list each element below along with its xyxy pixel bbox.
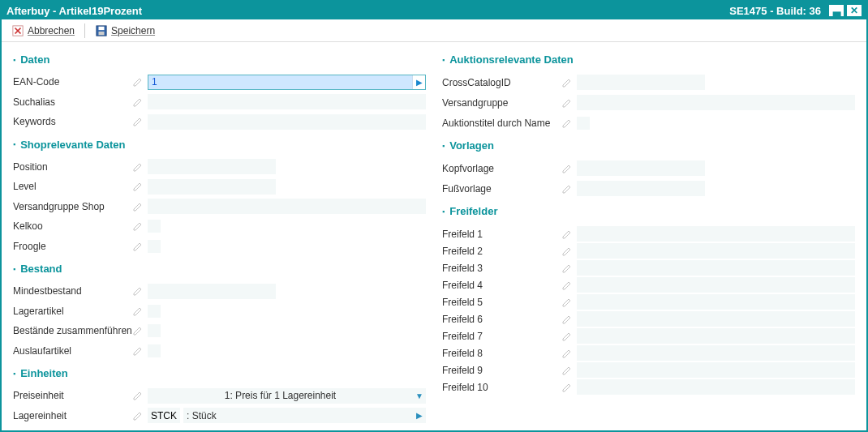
versandgruppe-input[interactable] xyxy=(577,95,855,110)
save-button[interactable]: Speichern xyxy=(90,23,160,39)
dropdown-icon[interactable]: ▶ xyxy=(413,408,426,423)
freifeld-input-10[interactable] xyxy=(577,379,855,395)
lagereinheit-code-input[interactable] xyxy=(148,408,180,423)
freifeld-label: Freifeld 2 xyxy=(442,246,483,257)
pencil-icon xyxy=(562,98,572,108)
crosscatalog-label: CrossCatalogID xyxy=(442,77,511,88)
level-input[interactable] xyxy=(148,179,276,195)
preiseinheit-combo[interactable]: ▼ xyxy=(148,388,426,404)
field-freifeld-4: Freifeld 4 xyxy=(442,276,855,293)
field-lagerartikel: Lagerartikel xyxy=(13,303,426,320)
pencil-icon xyxy=(133,202,143,212)
fussvorlage-input[interactable] xyxy=(577,181,705,196)
freifeld-input-3[interactable] xyxy=(577,260,855,276)
lagerartikel-checkbox[interactable] xyxy=(148,305,161,318)
kopfvorlage-label: Kopfvorlage xyxy=(442,163,494,174)
freifeld-label: Freifeld 4 xyxy=(442,280,483,291)
auktionstitel-checkbox[interactable] xyxy=(577,117,590,130)
title-bar: Afterbuy - Artikel19Prozent SE1475 - Bui… xyxy=(2,2,866,19)
close-button[interactable]: ✕ xyxy=(847,5,862,16)
versandgruppe-shop-input[interactable] xyxy=(148,199,426,214)
kelkoo-checkbox[interactable] xyxy=(148,220,161,233)
field-freifeld-7: Freifeld 7 xyxy=(442,327,855,344)
field-mindestbestand: Mindestbestand xyxy=(13,283,426,300)
pencil-icon xyxy=(133,97,143,107)
section-auktion: Auktionsrelevante Daten xyxy=(442,53,855,66)
pencil-icon xyxy=(133,306,143,316)
freifelder-list: Freifeld 1Freifeld 2Freifeld 3Freifeld 4… xyxy=(442,225,855,396)
preiseinheit-input[interactable] xyxy=(148,388,413,404)
freifeld-label: Freifeld 1 xyxy=(442,229,483,240)
pencil-icon xyxy=(562,184,572,194)
field-freifeld-10: Freifeld 10 xyxy=(442,379,855,396)
section-daten: Daten xyxy=(13,53,426,66)
section-shop: Shoprelevante Daten xyxy=(13,139,426,151)
ean-combo[interactable]: ▶ xyxy=(148,75,426,90)
freifeld-input-7[interactable] xyxy=(577,328,855,344)
right-column: Auktionsrelevante Daten CrossCatalogID V… xyxy=(442,49,855,424)
lagerartikel-label: Lagerartikel xyxy=(13,306,64,317)
freifeld-input-4[interactable] xyxy=(577,277,855,293)
lagereinheit-input[interactable] xyxy=(183,408,413,423)
mindestbestand-input[interactable] xyxy=(148,284,276,299)
auslauf-checkbox[interactable] xyxy=(148,344,161,357)
section-bestand: Bestand xyxy=(13,263,426,275)
field-fussvorlage: Fußvorlage xyxy=(442,180,855,197)
ean-input[interactable] xyxy=(148,75,412,89)
content-area: Daten EAN-Code ▶ Suchalias xyxy=(2,42,866,430)
field-ean: EAN-Code ▶ xyxy=(13,74,426,91)
lagereinheit-label: Lagereinheit xyxy=(13,410,67,421)
freifeld-label: Freifeld 9 xyxy=(442,365,483,376)
pencil-icon xyxy=(133,162,143,172)
app-window: Afterbuy - Artikel19Prozent SE1475 - Bui… xyxy=(0,0,868,432)
pencil-icon xyxy=(562,366,572,375)
keywords-input[interactable] xyxy=(148,114,426,130)
field-freifeld-5: Freifeld 5 xyxy=(442,293,855,310)
dropdown-icon[interactable]: ▼ xyxy=(413,388,426,404)
freifeld-label: Freifeld 7 xyxy=(442,331,483,342)
field-kopfvorlage: Kopfvorlage xyxy=(442,160,855,177)
field-freifeld-2: Freifeld 2 xyxy=(442,242,855,259)
suchalias-input[interactable] xyxy=(148,94,426,109)
pencil-icon xyxy=(133,326,143,336)
cancel-button[interactable]: Abbrechen xyxy=(6,23,79,39)
freifeld-input-1[interactable] xyxy=(577,226,855,242)
field-freifeld-9: Freifeld 9 xyxy=(442,361,855,379)
save-icon xyxy=(95,24,108,37)
freifeld-input-6[interactable] xyxy=(577,311,855,327)
minimize-button[interactable]: ▃ xyxy=(829,5,844,16)
section-freifelder: Freifelder xyxy=(442,205,855,217)
preiseinheit-label: Preiseinheit xyxy=(13,390,64,401)
svg-rect-5 xyxy=(99,31,105,34)
pencil-icon xyxy=(133,286,143,296)
pencil-icon xyxy=(562,118,572,128)
field-versandgruppe-shop: Versandgruppe Shop xyxy=(13,199,426,216)
dropdown-icon[interactable]: ▶ xyxy=(412,75,425,89)
versandgruppe-label: Versandgruppe xyxy=(442,97,508,109)
auktionstitel-label: Auktionstitel durch Name xyxy=(442,118,550,129)
title-left: Afterbuy - Artikel19Prozent xyxy=(6,5,142,17)
save-label: Speichern xyxy=(111,25,155,36)
field-lagereinheit: Lagereinheit ▶ xyxy=(13,408,426,425)
position-input[interactable] xyxy=(148,159,276,174)
crosscatalog-input[interactable] xyxy=(577,75,705,90)
freifeld-input-5[interactable] xyxy=(577,294,855,310)
pencil-icon xyxy=(562,263,572,273)
section-einheiten: Einheiten xyxy=(13,367,426,379)
pencil-icon xyxy=(562,297,572,307)
field-freifeld-1: Freifeld 1 xyxy=(442,225,855,242)
lagereinheit-combo[interactable]: ▶ xyxy=(183,408,426,423)
froogle-checkbox[interactable] xyxy=(148,240,161,253)
freifeld-input-8[interactable] xyxy=(577,345,855,361)
position-label: Position xyxy=(13,161,48,173)
freifeld-input-9[interactable] xyxy=(577,362,855,378)
pencil-icon xyxy=(133,117,143,126)
fussvorlage-label: Fußvorlage xyxy=(442,183,492,195)
level-label: Level xyxy=(13,181,37,192)
freifeld-input-2[interactable] xyxy=(577,243,855,259)
pencil-icon xyxy=(133,182,143,191)
section-vorlagen: Vorlagen xyxy=(442,139,855,152)
kopfvorlage-input[interactable] xyxy=(577,160,705,176)
zusammen-checkbox[interactable] xyxy=(148,324,161,337)
field-zusammen: Bestände zusammenführen xyxy=(13,323,426,340)
